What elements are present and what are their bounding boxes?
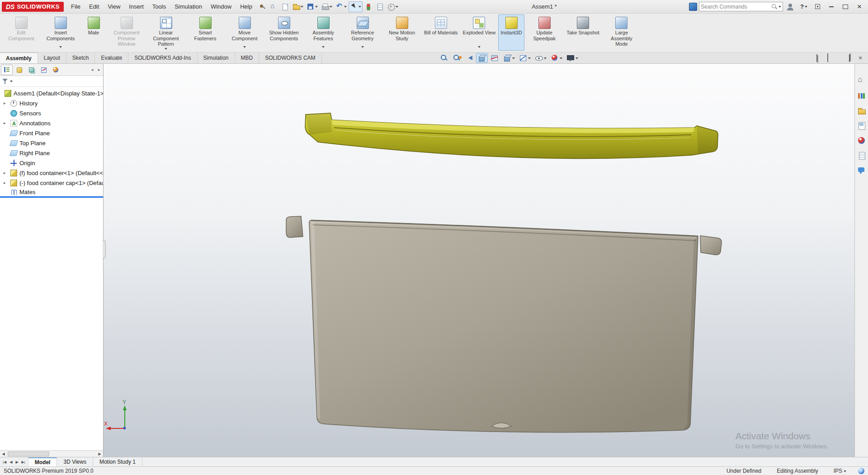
large-assembly-mode-button[interactable]: Large Assembly Mode [602, 14, 641, 51]
menu-help[interactable]: Help [236, 1, 256, 12]
search-icon[interactable] [771, 4, 778, 10]
scrollbar-track[interactable] [7, 451, 96, 457]
model-tab[interactable]: Model [28, 457, 57, 466]
tab-assembly[interactable]: Assembly [0, 52, 38, 63]
doc-close-button[interactable] [855, 53, 865, 62]
tab-nav-arrow-icon[interactable]: ▶ [14, 460, 19, 464]
hide-show-items-button[interactable] [533, 53, 548, 63]
take-snapshot-button[interactable]: Take Snapshot [564, 14, 602, 51]
scrollbar-left-arrow-icon[interactable]: ◀ [0, 451, 7, 457]
tree-item-top-plane[interactable]: ▸ Top Plane [0, 138, 103, 148]
help-button[interactable]: ? [797, 3, 810, 10]
pin-icon[interactable] [259, 3, 266, 10]
featuremanager-tab[interactable] [1, 65, 13, 75]
view-orientation-button[interactable] [501, 53, 516, 63]
design-library-button[interactable] [856, 90, 867, 101]
linear-component-pattern-button[interactable]: Linear Component Pattern [146, 14, 185, 51]
search-input[interactable] [701, 4, 770, 10]
new-document-button[interactable] [279, 1, 290, 12]
save-button[interactable] [305, 1, 319, 12]
panel-horizontal-scrollbar[interactable]: ◀ ▶ [0, 450, 103, 457]
tab-evaluate[interactable]: Evaluate [95, 52, 128, 63]
update-speedpak-button[interactable]: Update Speedpak [525, 14, 564, 51]
tab-solidworks-cam[interactable]: SOLIDWORKS CAM [259, 52, 321, 63]
scroll-right-icon[interactable]: ▸ [96, 65, 102, 74]
configurationmanager-tab[interactable] [25, 65, 37, 75]
edit-component-button[interactable]: Edit Component [2, 14, 41, 51]
rebuild-button[interactable] [363, 1, 374, 12]
solidworks-forum-button[interactable] [856, 165, 867, 176]
solidworks-resources-button[interactable] [856, 76, 867, 86]
file-explorer-button[interactable] [856, 105, 867, 116]
filter-funnel-icon[interactable] [2, 78, 9, 85]
close-button[interactable] [853, 1, 866, 12]
menu-tools[interactable]: Tools [148, 1, 170, 12]
food-container-cap-model[interactable] [305, 113, 718, 158]
model-canvas[interactable]: Y X [104, 64, 854, 457]
menu-file[interactable]: File [67, 1, 85, 12]
tree-item-mates[interactable]: ▸ Mates [0, 188, 103, 198]
motion-study-1-tab[interactable]: Motion Study 1 [93, 457, 142, 466]
bill-of-materials-button[interactable]: Bill of Materials [422, 14, 460, 51]
status-globe-icon[interactable] [858, 468, 864, 474]
graphics-viewport[interactable]: Y X Activate Windows Go to Settings to a… [104, 64, 854, 457]
user-account-icon[interactable] [786, 3, 794, 11]
tree-item-right-plane[interactable]: ▸ Right Plane [0, 148, 103, 158]
search-caret-icon[interactable] [778, 6, 781, 9]
show-hidden-components-button[interactable]: Show Hidden Components [264, 14, 303, 51]
doc-restore-button[interactable] [844, 53, 854, 62]
menu-view[interactable]: View [104, 1, 124, 12]
fullscreen-button[interactable] [811, 1, 824, 12]
tab-simulation[interactable]: Simulation [198, 52, 235, 63]
food-container-model[interactable] [286, 216, 722, 432]
tab-solidworks-add-ins[interactable]: SOLIDWORKS Add-Ins [128, 52, 197, 63]
tree-item-origin[interactable]: ▸ Origin [0, 158, 103, 168]
appearances-scenes-button[interactable] [856, 135, 867, 146]
expand-arrow-icon[interactable]: ▸ [4, 180, 10, 185]
display-style-button[interactable] [517, 53, 532, 63]
tree-item-annotations[interactable]: ▸ Annotations [0, 118, 103, 128]
scrollbar-thumb[interactable] [8, 451, 49, 456]
zoom-to-fit-button[interactable] [438, 53, 450, 63]
units-selector[interactable]: IPS [834, 468, 846, 474]
expand-arrow-icon[interactable]: ▸ [4, 121, 10, 125]
zoom-to-area-button[interactable] [451, 53, 462, 63]
undo-button[interactable] [334, 1, 348, 12]
doc-tile-button[interactable] [823, 53, 833, 62]
menu-edit[interactable]: Edit [85, 1, 103, 12]
tree-item-front-plane[interactable]: ▸ Front Plane [0, 128, 103, 138]
new-motion-study-button[interactable]: New Motion Study [382, 14, 421, 51]
print-button[interactable] [320, 1, 334, 12]
view-settings-button[interactable] [565, 53, 580, 63]
previous-view-button[interactable] [463, 53, 475, 63]
tree-item-food-container-cap[interactable]: ▸ (-) food container cap<1> (Defau [0, 178, 103, 188]
expand-arrow-icon[interactable]: ▸ [4, 171, 10, 175]
scroll-left-icon[interactable]: ◂ [89, 65, 95, 74]
move-component-button[interactable]: Move Component [225, 14, 264, 51]
tree-item-sensors[interactable]: ▸ Sensors [0, 108, 103, 118]
file-properties-button[interactable] [374, 1, 385, 12]
tab-sketch[interactable]: Sketch [66, 52, 95, 63]
assembly-features-button[interactable]: Assembly Features [304, 14, 343, 51]
minimize-button[interactable] [825, 1, 838, 12]
dimxpertmanager-tab[interactable] [38, 65, 49, 75]
doc-minimize-button[interactable] [834, 53, 844, 62]
3d-drawing-view-button[interactable] [476, 53, 488, 63]
options-button[interactable] [386, 1, 400, 12]
section-view-button[interactable] [489, 53, 500, 63]
select-button[interactable] [349, 1, 363, 12]
custom-properties-button[interactable] [856, 150, 867, 161]
scrollbar-right-arrow-icon[interactable]: ▶ [96, 451, 103, 457]
panel-splitter-handle[interactable] [103, 240, 106, 258]
instant3d-button[interactable]: Instant3D [498, 14, 524, 51]
exploded-view-button[interactable]: Exploded View [461, 14, 498, 51]
displaymanager-tab[interactable] [50, 65, 61, 75]
menu-insert[interactable]: Insert [125, 1, 148, 12]
mate-button[interactable]: Mate [80, 14, 107, 51]
tab-nav-arrow-icon[interactable]: ◀ [9, 460, 13, 464]
tab-nav-arrow-icon[interactable]: ▶| [21, 460, 26, 464]
3d-views-tab[interactable]: 3D Views [57, 457, 93, 466]
tab-mbd[interactable]: MBD [235, 52, 259, 63]
maximize-button[interactable] [839, 1, 852, 12]
reference-geometry-button[interactable]: Reference Geometry [343, 14, 382, 51]
